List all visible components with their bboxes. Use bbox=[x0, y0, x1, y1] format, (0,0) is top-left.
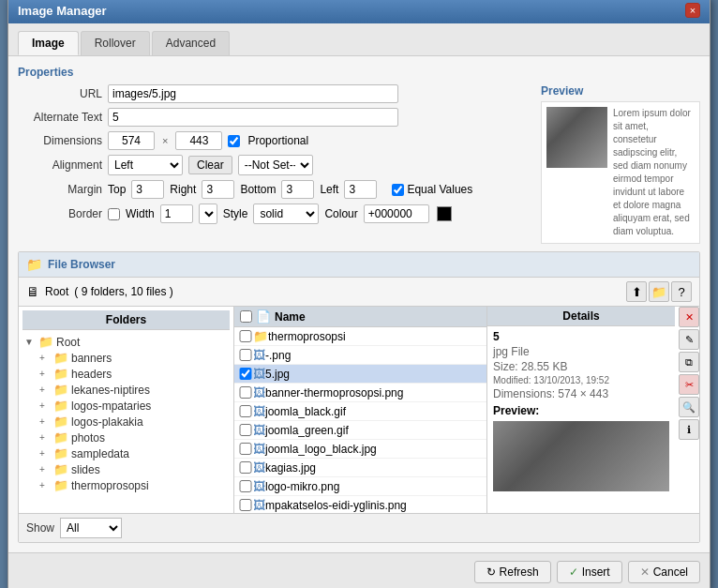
file-check-png[interactable] bbox=[238, 349, 253, 361]
jpg-file-icon: 🖼 bbox=[253, 367, 265, 381]
file-check-logo-mikro[interactable] bbox=[238, 480, 253, 492]
folders-header: Folders bbox=[22, 310, 230, 330]
file-row-mpakatselos[interactable]: 🖼 mpakatselos-eidi-yglinis.png bbox=[234, 496, 486, 513]
file-row-joomla-green[interactable]: 🖼 joomla_green.gif bbox=[234, 421, 486, 440]
equal-values-checkbox[interactable] bbox=[392, 184, 404, 196]
action-cut-btn[interactable]: ✂ bbox=[679, 374, 699, 395]
file-check-5jpg[interactable] bbox=[238, 368, 253, 380]
file-check-kagias[interactable] bbox=[238, 461, 253, 474]
tree-item-logos-plakakia[interactable]: + 📁 logos-plakakia bbox=[37, 414, 230, 430]
file-row-logo-mikro[interactable]: 🖼 logo-mikro.png bbox=[234, 477, 486, 496]
root-folder-icon: 📁 bbox=[38, 335, 53, 349]
toggle-thermoprosopsi[interactable]: + bbox=[39, 480, 51, 490]
files-select-all[interactable] bbox=[240, 310, 252, 323]
border-row: Border Width ▾ Style solid Colour bbox=[18, 204, 531, 224]
alignment-select[interactable]: Left Right None bbox=[108, 155, 183, 175]
fb-newfolder-btn[interactable]: 📁 bbox=[649, 281, 669, 302]
toggle-banners[interactable]: + bbox=[39, 353, 51, 363]
height-input[interactable] bbox=[175, 131, 222, 150]
border-style-select[interactable]: solid bbox=[253, 204, 319, 224]
tree-children-root: + 📁 banners + 📁 headers + bbox=[37, 350, 230, 493]
tree-item-headers[interactable]: + 📁 headers bbox=[37, 366, 230, 382]
toggle-lekanes[interactable]: + bbox=[39, 384, 51, 395]
tree-item-sampledata[interactable]: + 📁 sampledata bbox=[37, 445, 230, 461]
folder-label-slides: slides bbox=[71, 463, 100, 476]
border-colour-label: Colour bbox=[324, 207, 357, 220]
toggle-logos-plakakia[interactable]: + bbox=[39, 416, 51, 427]
cancel-button[interactable]: ✕ Cancel bbox=[628, 561, 700, 583]
margin-right-label: Right bbox=[170, 183, 196, 196]
fb-help-btn[interactable]: ? bbox=[671, 281, 692, 302]
tab-image[interactable]: Image bbox=[18, 31, 79, 55]
file-check-joomla-black[interactable] bbox=[238, 405, 253, 417]
margin-right-input[interactable] bbox=[202, 180, 234, 199]
margin-left-input[interactable] bbox=[344, 180, 377, 199]
file-check-joomla-green[interactable] bbox=[238, 424, 253, 436]
notset-select[interactable]: --Not Set-- bbox=[238, 155, 313, 175]
folder-label-headers: headers bbox=[71, 368, 112, 381]
fb-upload-btn[interactable]: ⬆ bbox=[626, 281, 647, 302]
dimensions-row: Dimensions × Proportional bbox=[18, 131, 531, 150]
action-delete-btn[interactable]: ✕ bbox=[679, 307, 699, 327]
file-row-joomla-logo[interactable]: 🖼 joomla_logo_black.jpg bbox=[234, 440, 486, 459]
folder-icon-thermoprosopsi: 📁 bbox=[53, 478, 68, 492]
show-label: Show bbox=[26, 521, 54, 535]
file-row-png[interactable]: 🖼 -.png bbox=[234, 346, 486, 365]
tree-item-banners[interactable]: + 📁 banners bbox=[37, 350, 230, 366]
tree-item-logos-mpataries[interactable]: + 📁 logos-mpataries bbox=[37, 398, 230, 414]
toggle-photos[interactable]: + bbox=[39, 432, 51, 443]
folder-icon-logos-plakakia: 📁 bbox=[53, 415, 68, 429]
color-swatch[interactable] bbox=[437, 206, 452, 221]
toggle-sampledata[interactable]: + bbox=[39, 448, 51, 459]
margin-bottom-input[interactable] bbox=[281, 180, 314, 199]
toggle-slides[interactable]: + bbox=[39, 464, 51, 475]
refresh-icon: ↻ bbox=[486, 565, 496, 579]
margin-bottom-label: Bottom bbox=[240, 183, 276, 196]
show-select[interactable]: All Images Flash Media bbox=[60, 518, 122, 538]
action-zoom-btn[interactable]: 🔍 bbox=[679, 397, 699, 417]
folder-label-thermoprosopsi: thermoprosopsi bbox=[71, 479, 149, 492]
file-row-joomla-black[interactable]: 🖼 joomla_black.gif bbox=[234, 402, 486, 421]
proportional-checkbox[interactable] bbox=[228, 135, 240, 147]
tab-rollover[interactable]: Rollover bbox=[81, 31, 150, 55]
file-row-kagias[interactable]: 🖼 kagias.jpg bbox=[234, 459, 486, 477]
border-colour-input[interactable] bbox=[364, 204, 429, 223]
file-check-mpakatselos[interactable] bbox=[238, 499, 253, 511]
tree-item-thermoprosopsi[interactable]: + 📁 thermoprosopsi bbox=[37, 477, 230, 493]
tree-toggle-root[interactable]: ▼ bbox=[24, 337, 36, 347]
toggle-headers[interactable]: + bbox=[39, 369, 51, 379]
file-check-thermoprosopsi[interactable] bbox=[238, 330, 253, 342]
folder-browser-icon: 📁 bbox=[26, 257, 42, 272]
tree-item-lekanes[interactable]: + 📁 lekanes-niptires bbox=[37, 382, 230, 398]
width-input[interactable] bbox=[108, 131, 155, 150]
file-check-joomla-logo[interactable] bbox=[238, 443, 253, 455]
tab-advanced[interactable]: Advanced bbox=[152, 31, 230, 55]
name-icon: 📄 bbox=[256, 309, 271, 324]
action-info-btn[interactable]: ℹ bbox=[679, 419, 699, 440]
file-row-banner[interactable]: 🖼 banner-thermoprosopsi.png bbox=[234, 384, 486, 402]
file-row-thermoprosopsi[interactable]: 📁 thermoprosopsi bbox=[234, 327, 486, 346]
insert-button[interactable]: ✓ Insert bbox=[557, 561, 622, 583]
border-width-unit-select[interactable]: ▾ bbox=[199, 204, 217, 224]
margin-top-input[interactable] bbox=[131, 180, 164, 199]
details-wrapper: Details 5 jpg File Size: 28.55 KB Modifi… bbox=[487, 307, 699, 513]
toggle-logos-mpataries[interactable]: + bbox=[39, 400, 51, 411]
preview-text: Lorem ipsum dolor sit amet, consetetur s… bbox=[613, 107, 695, 238]
alt-input[interactable] bbox=[108, 108, 398, 127]
details-actions: ✕ ✎ ⧉ ✂ 🔍 ℹ bbox=[679, 307, 699, 513]
action-rename-btn[interactable]: ✎ bbox=[679, 329, 699, 350]
file-row-5jpg[interactable]: 🖼 5.jpg bbox=[234, 365, 486, 384]
border-checkbox[interactable] bbox=[108, 208, 120, 220]
border-width-input[interactable] bbox=[160, 204, 193, 223]
refresh-button[interactable]: ↻ Refresh bbox=[474, 561, 551, 583]
action-copy-btn[interactable]: ⧉ bbox=[679, 352, 699, 372]
clear-button[interactable]: Clear bbox=[188, 156, 232, 174]
file-check-banner[interactable] bbox=[238, 386, 253, 399]
tree-item-slides[interactable]: + 📁 slides bbox=[37, 461, 230, 477]
tree-item-root[interactable]: ▼ 📁 Root bbox=[22, 334, 230, 350]
url-input[interactable] bbox=[108, 84, 398, 103]
fb-path-info: ( 9 folders, 10 files ) bbox=[74, 285, 172, 298]
tree-item-photos[interactable]: + 📁 photos bbox=[37, 430, 230, 445]
fb-root-label: Root bbox=[45, 285, 68, 298]
close-button[interactable]: × bbox=[685, 3, 700, 18]
